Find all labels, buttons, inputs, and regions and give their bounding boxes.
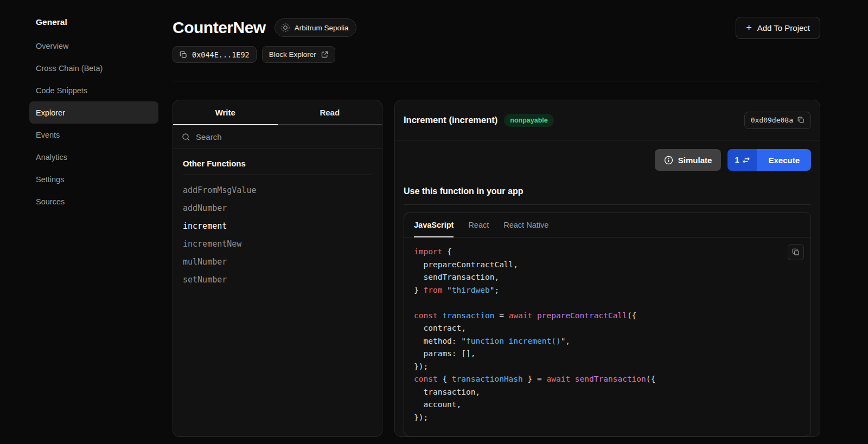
code-line: const transaction = await prepareContrac… xyxy=(414,310,801,323)
usage-heading: Use this function in your app xyxy=(395,171,820,196)
code-area: import { prepareContractCall, sendTransa… xyxy=(404,237,810,436)
network-icon xyxy=(280,23,290,33)
simulate-label: Simulate xyxy=(678,156,712,165)
function-detail-title: Increment (increment) xyxy=(404,115,497,125)
code-line xyxy=(414,297,801,310)
copy-icon xyxy=(180,51,187,59)
code-tabs: JavaScriptReactReact Native xyxy=(404,213,810,237)
plus-icon: + xyxy=(746,23,752,33)
function-item-addfrommsgvalue[interactable]: addFromMsgValue xyxy=(183,182,372,200)
explorer-content: WriteRead Other Functions addFromMsgValu… xyxy=(173,100,820,437)
code-copy-button[interactable] xyxy=(788,244,804,260)
sidebar-item-cross-chain-beta[interactable]: Cross Chain (Beta) xyxy=(29,57,158,79)
mutability-badge: nonpayable xyxy=(504,114,553,127)
code-tab-react[interactable]: React xyxy=(468,213,489,237)
sidebar-item-explorer[interactable]: Explorer xyxy=(29,101,158,124)
code-card: JavaScriptReactReact Native import { pre… xyxy=(404,213,811,436)
contract-address: 0x044E...1E92 xyxy=(192,50,250,59)
code-line: }); xyxy=(414,361,801,374)
function-item-addnumber[interactable]: addNumber xyxy=(183,200,372,217)
execute-main-segment[interactable]: Execute xyxy=(757,149,811,171)
code-line: account, xyxy=(414,398,801,411)
functions-tabs: WriteRead xyxy=(173,100,382,125)
main-content: CounterNew Arbitrum Sepolia + Add To Pro… xyxy=(163,0,868,444)
sidebar: General OverviewCross Chain (Beta)Code S… xyxy=(0,0,163,444)
function-item-setnumber[interactable]: setNumber xyxy=(183,271,372,289)
execute-label: Execute xyxy=(768,156,800,165)
copy-icon xyxy=(797,117,805,124)
code-line: const { transactionHash } = await sendTr… xyxy=(414,373,801,386)
tab-write[interactable]: Write xyxy=(173,100,278,125)
code-tab-react-native[interactable]: React Native xyxy=(503,213,548,237)
sidebar-item-settings[interactable]: Settings xyxy=(29,168,158,190)
search-row xyxy=(173,125,382,149)
code-line: } from "thirdweb"; xyxy=(414,284,801,297)
code-block: import { prepareContractCall, sendTransa… xyxy=(414,246,801,424)
sidebar-item-events[interactable]: Events xyxy=(29,124,158,146)
search-input[interactable] xyxy=(196,132,373,141)
function-detail-header: Increment (increment) nonpayable 0xd09de… xyxy=(395,100,820,140)
sidebar-heading: General xyxy=(36,16,163,28)
swap-arrows-icon xyxy=(743,157,750,163)
execute-count-segment[interactable]: 1 xyxy=(727,149,757,171)
execute-count: 1 xyxy=(735,156,739,164)
code-line: }); xyxy=(414,411,801,424)
sidebar-nav: OverviewCross Chain (Beta)Code SnippetsE… xyxy=(29,35,158,213)
code-line: contract, xyxy=(414,322,801,335)
contract-address-chip[interactable]: 0x044E...1E92 xyxy=(173,46,257,63)
search-icon xyxy=(182,133,190,141)
execute-button[interactable]: 1 Execute xyxy=(727,149,811,171)
network-badge[interactable]: Arbitrum Sepolia xyxy=(275,18,357,37)
block-explorer-button[interactable]: Block Explorer xyxy=(262,46,335,63)
function-detail-panel: Increment (increment) nonpayable 0xd09de… xyxy=(394,100,820,437)
block-explorer-label: Block Explorer xyxy=(269,50,316,59)
code-line: params: [], xyxy=(414,348,801,361)
code-tab-javascript[interactable]: JavaScript xyxy=(414,213,454,237)
actions-row: Simulate 1 xyxy=(395,140,820,171)
add-to-project-label: Add To Project xyxy=(757,23,810,33)
function-selector: 0xd09de08a xyxy=(751,116,793,124)
code-line: import { xyxy=(414,246,801,259)
code-line: sendTransaction, xyxy=(414,271,801,284)
sidebar-item-overview[interactable]: Overview xyxy=(29,35,158,57)
simulate-button[interactable]: Simulate xyxy=(655,149,722,171)
usage-divider xyxy=(404,204,811,205)
page-title: CounterNew xyxy=(173,18,266,37)
contract-header: CounterNew Arbitrum Sepolia + Add To Pro… xyxy=(173,16,820,39)
external-link-icon xyxy=(321,51,328,58)
functions-panel: WriteRead Other Functions addFromMsgValu… xyxy=(173,100,382,437)
code-line: prepareContractCall, xyxy=(414,259,801,272)
header-divider xyxy=(173,81,820,81)
tab-read[interactable]: Read xyxy=(278,100,382,125)
code-line: transaction, xyxy=(414,386,801,399)
function-item-increment[interactable]: increment xyxy=(183,217,372,235)
add-to-project-button[interactable]: + Add To Project xyxy=(736,17,820,39)
function-group-heading: Other Functions xyxy=(173,149,382,175)
function-item-mulnumber[interactable]: mulNumber xyxy=(183,253,372,271)
sidebar-item-sources[interactable]: Sources xyxy=(29,190,158,213)
function-selector-chip[interactable]: 0xd09de08a xyxy=(744,112,811,129)
sidebar-item-analytics[interactable]: Analytics xyxy=(29,146,158,168)
contract-chips-row: 0x044E...1E92 Block Explorer xyxy=(173,46,820,63)
code-line: method: "function increment()", xyxy=(414,335,801,348)
sidebar-item-code-snippets[interactable]: Code Snippets xyxy=(29,79,158,101)
info-icon xyxy=(664,156,673,165)
network-badge-label: Arbitrum Sepolia xyxy=(295,24,349,32)
function-list: addFromMsgValueaddNumberincrementincreme… xyxy=(173,175,382,295)
function-item-incrementnew[interactable]: incrementNew xyxy=(183,235,372,253)
